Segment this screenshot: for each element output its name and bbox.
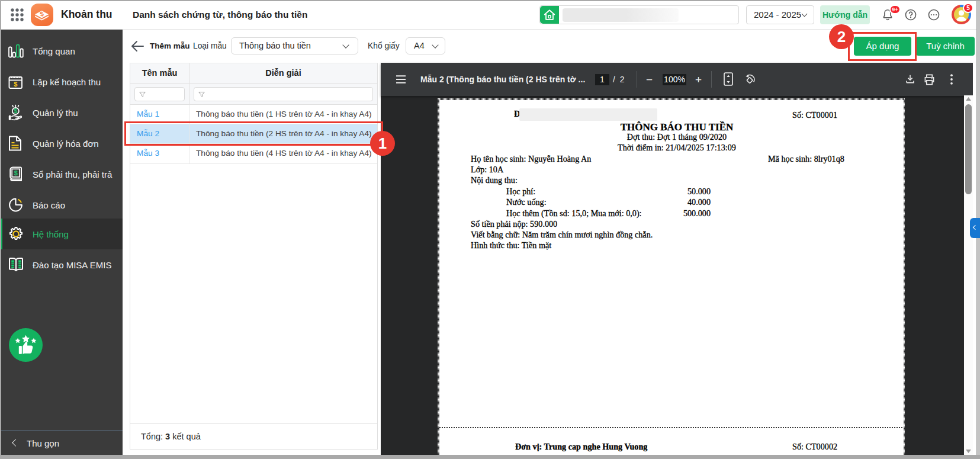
svg-text:$: $ (14, 169, 18, 176)
svg-text:$: $ (14, 107, 17, 114)
svg-text:$: $ (14, 81, 17, 88)
